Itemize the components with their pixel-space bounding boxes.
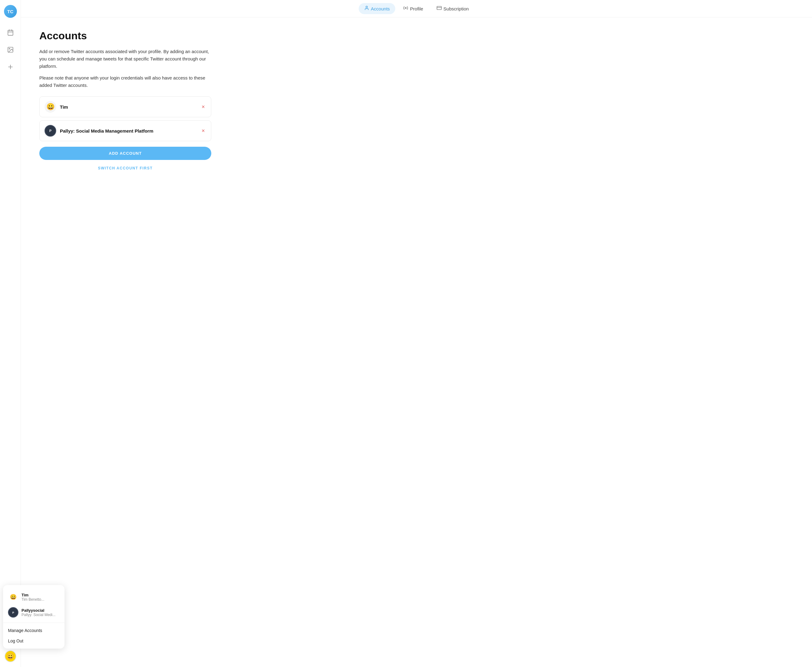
sidebar-icon-media[interactable] bbox=[5, 44, 16, 55]
popup-account-name-tim: Tim bbox=[22, 593, 44, 597]
page-description-1: Add or remove Twitter accounts associate… bbox=[39, 48, 211, 70]
account-avatar-pallyy: P bbox=[45, 125, 56, 137]
accounts-tab-icon bbox=[364, 5, 369, 12]
page-description-2: Please note that anyone with your login … bbox=[39, 74, 211, 89]
svg-point-5 bbox=[9, 48, 10, 49]
main-content: Accounts Profile Subscription Accounts A… bbox=[21, 0, 812, 667]
svg-text:P: P bbox=[49, 129, 51, 133]
user-avatar-button[interactable]: 😀 bbox=[5, 650, 16, 662]
sidebar: TC 😀 bbox=[0, 0, 21, 667]
popup-account-sub-pallyy: Pallyy: Social Medi... bbox=[22, 613, 56, 617]
tab-accounts[interactable]: Accounts bbox=[359, 3, 396, 14]
svg-rect-10 bbox=[437, 7, 442, 10]
account-item-tim: 😀 Tim × bbox=[39, 96, 211, 117]
popup-account-tim[interactable]: 😀 Tim Tim Benetto... bbox=[3, 589, 65, 605]
sidebar-icon-add[interactable] bbox=[5, 61, 16, 73]
popup-account-pallyy[interactable]: P Pallyysocial Pallyy: Social Medi... bbox=[3, 605, 65, 620]
top-navigation: Accounts Profile Subscription bbox=[21, 0, 812, 18]
popup-account-sub-tim: Tim Benetto... bbox=[22, 597, 44, 602]
tab-subscription[interactable]: Subscription bbox=[431, 3, 474, 14]
popup-avatar-pallyy: P bbox=[8, 607, 18, 617]
add-account-button[interactable]: ADD ACCOUNT bbox=[39, 147, 211, 160]
svg-point-9 bbox=[405, 7, 406, 8]
tab-accounts-label: Accounts bbox=[371, 6, 390, 12]
accounts-page: Accounts Add or remove Twitter accounts … bbox=[21, 18, 812, 667]
accounts-list: 😀 Tim × P Pallyy: Social Media Managemen… bbox=[39, 96, 211, 141]
tab-profile-label: Profile bbox=[410, 6, 423, 12]
popup-avatar-tim: 😀 bbox=[8, 592, 18, 602]
remove-tim-button[interactable]: × bbox=[200, 103, 206, 111]
popup-divider bbox=[3, 622, 65, 623]
popup-account-name-pallyy: Pallyysocial bbox=[22, 608, 56, 613]
account-popup-dropdown: 😀 Tim Tim Benetto... P Pallyysocial Pall… bbox=[3, 585, 65, 649]
tab-subscription-label: Subscription bbox=[443, 6, 469, 12]
manage-accounts-menu-item[interactable]: Manage Accounts bbox=[3, 625, 65, 636]
account-avatar-tim: 😀 bbox=[45, 101, 56, 113]
account-name-tim: Tim bbox=[60, 105, 68, 110]
sidebar-icon-calendar[interactable] bbox=[5, 27, 16, 38]
account-item-pallyy: P Pallyy: Social Media Management Platfo… bbox=[39, 120, 211, 141]
subscription-tab-icon bbox=[437, 5, 442, 12]
tab-profile[interactable]: Profile bbox=[398, 3, 429, 14]
account-name-pallyy: Pallyy: Social Media Management Platform bbox=[60, 128, 153, 134]
remove-pallyy-button[interactable]: × bbox=[200, 127, 206, 135]
page-title: Accounts bbox=[39, 30, 794, 42]
svg-text:P: P bbox=[12, 611, 14, 614]
svg-rect-0 bbox=[8, 30, 13, 36]
log-out-menu-item[interactable]: Log Out bbox=[3, 636, 65, 646]
app-logo[interactable]: TC bbox=[4, 5, 17, 18]
switch-account-button[interactable]: SWITCH ACCOUNT FIRST bbox=[39, 163, 211, 174]
profile-tab-icon bbox=[403, 5, 408, 12]
svg-point-8 bbox=[366, 6, 367, 8]
